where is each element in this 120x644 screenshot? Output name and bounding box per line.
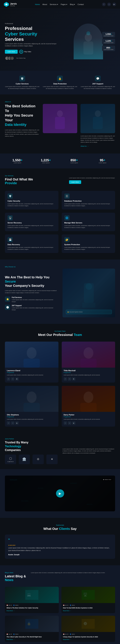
blog-read-more-2[interactable]: Read More → xyxy=(63,610,114,612)
service-cyber-security: 🛡️ Cyber Security Lorem ipsum dolor sit … xyxy=(5,191,58,210)
about-title: The Best Solution To Help You Secure You… xyxy=(5,104,39,127)
partners-accent: Technology xyxy=(5,445,21,448)
team-twitter-icon-t[interactable]: t xyxy=(68,377,71,380)
service-manage-web-servers: 🌐 Manage Web Servers Lorem ipsum dolor s… xyxy=(62,213,115,231)
team-youtube-icon-o[interactable]: ▶ xyxy=(15,422,19,425)
services-learn-more-button[interactable]: Learn More xyxy=(69,180,81,184)
nav-link-pages[interactable]: Pages ▾ xyxy=(61,4,67,6)
nav-link-blog[interactable]: Blog ▾ xyxy=(70,4,75,6)
counter-1225: 1,225+ Lorem Ipsum xyxy=(33,158,58,164)
system-protection-icon: 🔐 xyxy=(64,237,70,242)
247-support-title: 24/7 Support xyxy=(12,305,58,306)
counter-850: 850+ Lorem Ipsum xyxy=(62,158,87,164)
services-tag: Our Services xyxy=(5,175,66,176)
youtube-icon[interactable]: ▶ xyxy=(112,2,116,6)
blog-author-1: 👤 Admin xyxy=(13,605,18,606)
feature-cyber-title: Cyber Services xyxy=(5,83,39,85)
counter-95-label: Lorem Ipsum xyxy=(90,162,115,164)
nav-link-contact[interactable]: Contact xyxy=(78,4,84,6)
feature-cyber: 🛡️ Cyber Services Lorem ipsum dolor sit … xyxy=(5,76,39,90)
data-recovery-title: Data Recovery xyxy=(8,244,56,246)
hero-main-image xyxy=(74,24,103,59)
blog-post-4: ⚙️ 📅 Jan 18 👤 Admin 5 Easy Steps To Opti… xyxy=(62,616,115,642)
team-facebook-icon-t[interactable]: f xyxy=(64,377,67,380)
system-protection-title: System Protection xyxy=(64,244,113,246)
why-image: 🔒 Secured System Active xyxy=(63,268,115,317)
svg-point-6 xyxy=(95,110,101,117)
team-youtube-icon-t[interactable]: ▶ xyxy=(72,377,75,380)
hero-right: 1,550+ Lorem Ipsum Dolor 1,225+ Lorem Ip… xyxy=(62,19,115,64)
features-grid: 🛡️ Cyber Services Lorem ipsum dolor sit … xyxy=(5,76,115,90)
blog-meta-2: 📅 Jan 14 👤 Admin xyxy=(63,605,114,606)
partner-2: 🏛️ xyxy=(19,454,30,464)
web-servers-icon: 🌐 xyxy=(64,215,70,220)
blog-date-4: 📅 Jan 18 xyxy=(63,634,68,635)
team-social-otis: f t ▶ xyxy=(7,422,56,425)
hero-clients: Our Clients Say xyxy=(5,56,58,60)
feature-support: 💬 24/7 Support Lorem ipsum dolor sit ame… xyxy=(81,76,115,90)
svg-text:⚙️: ⚙️ xyxy=(83,622,87,626)
about-title-accent: Data Identity xyxy=(5,122,26,127)
logo[interactable]: Jarvis Security xyxy=(4,2,17,7)
blog-read-more-1[interactable]: Read More → xyxy=(7,610,57,612)
features-section: 🛡️ Cyber Services Lorem ipsum dolor sit … xyxy=(0,71,120,94)
video-container: 01001100 10110101 11001010 01101001 1001… xyxy=(5,476,115,511)
cyber-security-title: Cyber Security xyxy=(8,200,56,202)
team-youtube-icon[interactable]: ▶ xyxy=(15,377,19,380)
about-link[interactable]: About Us → xyxy=(81,145,115,147)
team-youtube-icon-d[interactable]: ▶ xyxy=(72,422,75,425)
nav-link-services[interactable]: Services ▾ xyxy=(50,4,58,6)
play-video-button[interactable]: ▶ Play Video xyxy=(19,50,31,54)
why-feature-247-support: 🕐 24/7 Support Lorem ipsum dolor sit ame… xyxy=(5,305,58,311)
client-label: Our Clients Say xyxy=(16,58,25,59)
team-twitter-icon[interactable]: t xyxy=(11,377,14,380)
team-role-otis: Programmer xyxy=(7,416,56,418)
stat-1550-label: Lorem Ipsum Dolor xyxy=(104,35,113,36)
service-system-protection: 🔐 System Protection Lorem ipsum dolor si… xyxy=(62,234,115,253)
blog-header: Blog & News Latest Blog &News Lorem ipsu… xyxy=(5,572,115,583)
team-member-tilda: Tilda Marshall Programmer Lorem ipsum do… xyxy=(62,342,115,382)
team-img-laurence-bg xyxy=(5,342,58,368)
testimonials-section: Testimonials What Our Clients Say " ★★★★… xyxy=(0,518,120,565)
why-secure: Secure xyxy=(5,280,16,283)
team-facebook-icon-o[interactable]: f xyxy=(7,422,10,425)
team-img-otis xyxy=(5,386,58,412)
about-text2: Lorem ipsum dolor sit amet, consectetur … xyxy=(81,135,115,144)
blog-read-more-3[interactable]: Read More → xyxy=(7,639,57,640)
about-image-1 xyxy=(43,104,77,133)
team-twitter-icon-o[interactable]: t xyxy=(11,422,14,425)
svg-point-17 xyxy=(83,392,93,403)
team-title: Meet Our Professional Team xyxy=(5,333,115,337)
services-intro-text: Our Services Find Out What WeProvide xyxy=(5,175,66,186)
why-feature-full-services: ⭐ Full Services Lorem ipsum dolor sit am… xyxy=(5,296,58,303)
team-facebook-icon-d[interactable]: f xyxy=(64,422,67,425)
about-section: About Us The Best Solution To Help You S… xyxy=(0,94,120,154)
testimonial-text: Lorem Ipsum Dolor Sit Amet, Consectetur … xyxy=(8,547,112,552)
team-img-tilda xyxy=(62,342,115,368)
nav-link-about[interactable]: About xyxy=(42,4,47,6)
team-img-darry-bg xyxy=(62,386,115,412)
team-tag: Our Expert Team xyxy=(5,330,115,332)
why-section: Why Choose Us We Are The Best to Help Yo… xyxy=(0,260,120,324)
server-recovery-text: Lorem ipsum dolor sit amet, consectetur … xyxy=(8,225,56,228)
video-section: 01001100 10110101 11001010 01101001 1001… xyxy=(0,469,120,518)
about-image-2 xyxy=(81,104,115,133)
partners-section: Jarvis Partner Trusted By Many Technolog… xyxy=(0,433,120,469)
twitter-icon[interactable]: t xyxy=(107,2,111,6)
learn-more-button[interactable]: Learn More xyxy=(5,50,18,54)
blog-read-more-4[interactable]: Read More → xyxy=(63,639,114,640)
video-play-button[interactable]: ▶ xyxy=(56,490,64,498)
counter-850-label: Lorem Ipsum xyxy=(62,162,87,164)
hero-section: Professional Professional Cyber Security… xyxy=(0,9,120,71)
facebook-icon[interactable]: f xyxy=(102,2,106,6)
blog-author-3: 👤 Admin xyxy=(13,634,18,635)
about-right: Lorem ipsum dolor sit amet, consectetur … xyxy=(81,104,115,147)
partners-text: Lorem ipsum dolor sit amet, consectetur … xyxy=(63,448,115,454)
nav-link-home[interactable]: Home xyxy=(35,4,40,6)
team-info-otis: Otis Stephens Programmer Lorem ipsum dol… xyxy=(5,412,58,427)
partners-tag: Jarvis Partner xyxy=(5,438,58,440)
team-facebook-icon[interactable]: f xyxy=(7,377,10,380)
team-twitter-icon-d[interactable]: t xyxy=(68,422,71,425)
services-title-provide: Provide xyxy=(5,181,17,185)
services-desc-area: Lorem ipsum dolor sit amet, consectetur … xyxy=(69,177,115,184)
